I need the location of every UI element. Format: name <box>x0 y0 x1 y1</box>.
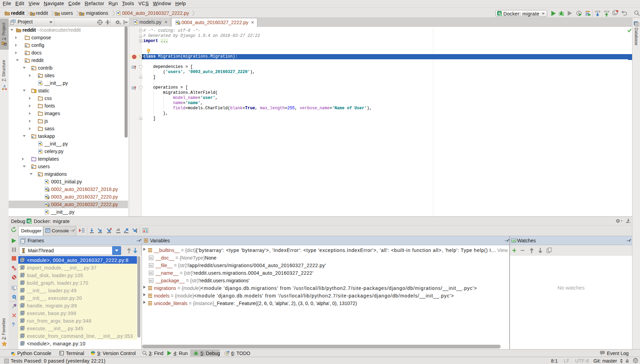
svg-text:dj: dj <box>498 12 501 15</box>
svg-text:dj: dj <box>28 219 31 223</box>
svg-text:VCS: VCS <box>595 10 600 13</box>
svg-text:VCS: VCS <box>604 10 609 13</box>
